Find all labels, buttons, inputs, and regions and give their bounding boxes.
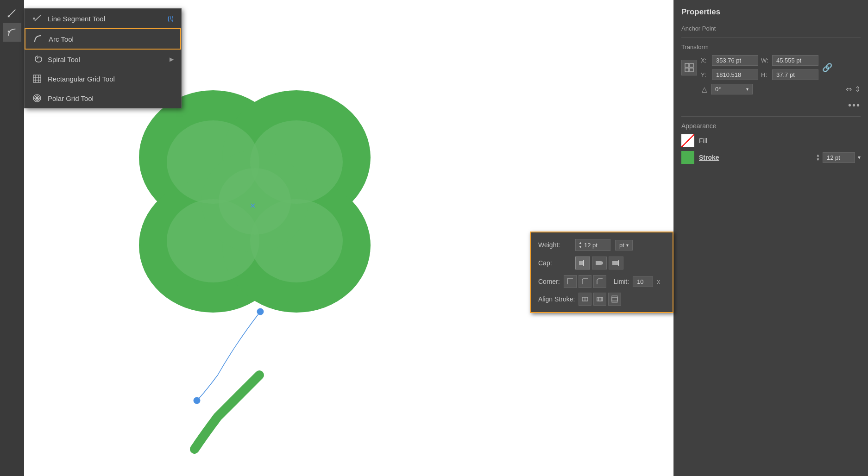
align-stroke-row: Align Stroke: (538, 293, 665, 306)
angle-value: 0° (715, 86, 721, 93)
transform-section: X: W: Y: H: 🔗 △ 0° (681, 55, 861, 94)
align-center-button[interactable] (579, 293, 591, 306)
weight-popup-label: Weight: (538, 241, 571, 249)
rect-grid-tool-label: Rectangular Grid Tool (48, 75, 174, 83)
tool-dropdown-menu: Line Segment Tool (\) Arc Tool Spiral To… (24, 8, 182, 108)
divider-1 (681, 38, 861, 38)
limit-row: Limit: x (614, 276, 660, 287)
svg-rect-43 (612, 297, 617, 301)
line-segment-icon (32, 13, 42, 24)
fill-row: Fill (681, 134, 861, 147)
svg-rect-37 (612, 261, 619, 265)
transform-xy-row: X: W: Y: H: 🔗 (681, 55, 861, 80)
stroke-weight-input[interactable] (823, 152, 855, 163)
flip-vertical-icon[interactable]: ⇕ (855, 85, 861, 94)
stroke-weight-row: ▲▼ ▾ (816, 152, 861, 163)
align-buttons (579, 293, 621, 306)
stroke-cap-popup-row: Cap: (538, 257, 665, 269)
stroke-weight-chevron[interactable]: ▾ (858, 154, 861, 161)
svg-text:✕: ✕ (250, 202, 256, 210)
transform-label: Transform (681, 44, 861, 50)
y-label: Y: (701, 71, 709, 78)
corner-round-button[interactable] (579, 275, 591, 288)
cap-round-button[interactable] (592, 257, 607, 269)
corner-buttons (564, 275, 606, 288)
dropdown-polar-grid-tool[interactable]: Polar Grid Tool (25, 88, 181, 108)
h-value-input[interactable] (772, 69, 818, 80)
spiral-tool-icon (32, 54, 42, 64)
stroke-weight-popup-row: Weight: ▲▼ pt ▾ (538, 239, 665, 251)
limit-x-close[interactable]: x (657, 278, 660, 285)
fill-swatch-white (681, 134, 694, 147)
dropdown-spiral-tool[interactable]: Spiral Tool ▶ (25, 50, 181, 69)
corner-bevel-button[interactable] (593, 275, 606, 288)
angle-icon: △ (702, 85, 707, 94)
angle-dropdown[interactable]: 0° ▾ (711, 84, 753, 94)
flip-icons: ⇔ ⇕ (846, 85, 861, 94)
appearance-section: Appearance Fill Stroke ▲▼ ▾ (681, 122, 861, 164)
w-label: W: (761, 57, 769, 64)
anchor-point-label: Anchor Point (681, 25, 861, 32)
x-label: X: (701, 57, 709, 64)
tool-line-segment[interactable] (3, 4, 21, 22)
divider-2 (681, 116, 861, 117)
flip-horizontal-icon[interactable]: ⇔ (846, 85, 852, 94)
weight-stepper-arrows: ▲▼ (579, 241, 582, 249)
y-value-input[interactable] (712, 69, 758, 80)
dropdown-arc-tool[interactable]: Arc Tool (25, 28, 181, 50)
x-value-input[interactable] (712, 55, 758, 66)
tool-arc[interactable] (3, 23, 21, 42)
w-value-input[interactable] (772, 55, 818, 66)
toolbar (0, 0, 24, 476)
limit-input[interactable] (633, 276, 653, 287)
lock-proportions-icon[interactable]: 🔗 (822, 63, 832, 73)
svg-rect-30 (685, 63, 689, 67)
stroke-label[interactable]: Stroke (699, 154, 719, 161)
align-outside-button[interactable] (608, 293, 621, 306)
cap-buttons (575, 257, 623, 269)
svg-rect-18 (33, 75, 41, 82)
angle-chevron: ▾ (746, 87, 748, 92)
line-segment-label: Line Segment Tool (48, 15, 162, 23)
align-inside-button[interactable] (593, 293, 606, 306)
spiral-tool-label: Spiral Tool (48, 56, 164, 63)
fill-swatch[interactable] (681, 134, 694, 147)
svg-point-9 (219, 168, 291, 235)
stroke-weight-stepper[interactable]: ▲▼ (816, 153, 820, 162)
svg-rect-42 (598, 297, 601, 301)
cap-butt-button[interactable] (575, 257, 590, 269)
stroke-swatch[interactable] (681, 151, 694, 164)
corner-label: Corner: (538, 278, 560, 285)
panel-title: Properties (681, 7, 861, 17)
stroke-popup: Weight: ▲▼ pt ▾ Cap: (530, 232, 673, 313)
weight-popup-dropdown[interactable]: pt ▾ (615, 240, 633, 251)
arc-tool-label: Arc Tool (49, 35, 173, 43)
weight-dropdown-value: pt (619, 242, 624, 249)
svg-rect-14 (8, 16, 10, 18)
svg-rect-36 (596, 261, 600, 265)
y-field-row: Y: H: (701, 69, 818, 80)
cap-square-button[interactable] (609, 257, 623, 269)
svg-rect-44 (612, 296, 617, 302)
dropdown-rect-grid-tool[interactable]: Rectangular Grid Tool (25, 69, 181, 88)
weight-popup-stepper[interactable]: ▲▼ (575, 239, 610, 251)
arc-tool-icon (33, 34, 43, 44)
svg-line-17 (35, 15, 41, 21)
weight-dropdown-chevron: ▾ (626, 243, 629, 248)
transform-align-icon (681, 60, 697, 75)
polar-grid-tool-label: Polar Grid Tool (48, 94, 174, 102)
dropdown-line-segment[interactable]: Line Segment Tool (\) (25, 9, 181, 28)
svg-rect-33 (690, 68, 693, 72)
align-stroke-label: Align Stroke: (538, 295, 575, 303)
stroke-row: Stroke ▲▼ ▾ (681, 151, 861, 164)
svg-rect-15 (8, 31, 10, 32)
spiral-tool-arrow: ▶ (170, 56, 174, 63)
h-label: H: (761, 71, 769, 78)
cap-popup-label: Cap: (538, 259, 571, 267)
transform-fields: X: W: Y: H: (701, 55, 818, 80)
weight-popup-input[interactable] (584, 242, 607, 249)
corner-miter-button[interactable] (564, 275, 577, 288)
svg-rect-16 (33, 18, 35, 19)
more-options[interactable]: ••• (681, 100, 861, 111)
stroke-corner-row: Corner: Limit: x (538, 275, 665, 288)
